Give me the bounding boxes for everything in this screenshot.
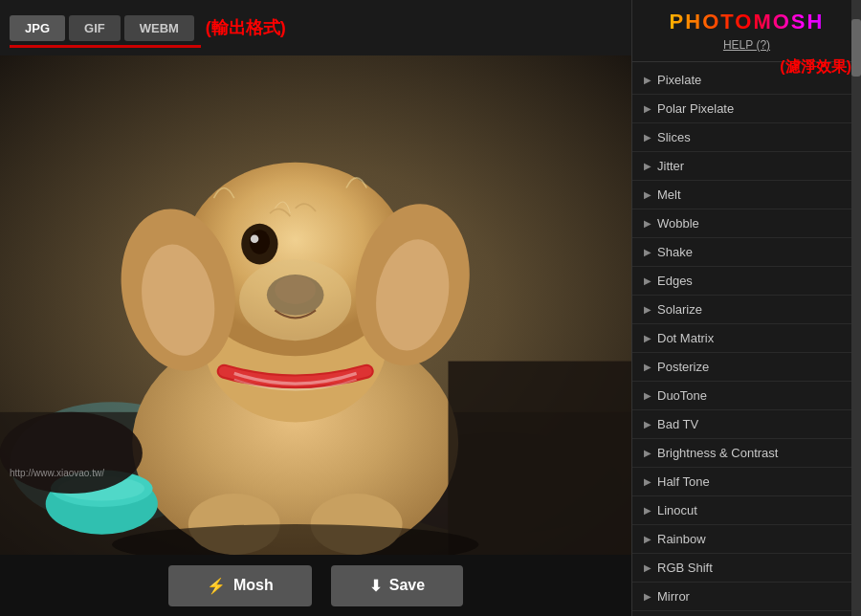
effect-arrow-rgb-shift: ▶ — [644, 562, 651, 573]
save-label: Save — [389, 577, 425, 594]
effect-item-rgb-shift[interactable]: ▶RGB Shift — [632, 554, 861, 583]
effect-item-solarize[interactable]: ▶Solarize — [632, 296, 861, 324]
effect-arrow-dot-matrix: ▶ — [644, 333, 651, 343]
effect-item-bad-tv[interactable]: ▶Bad TV — [632, 410, 861, 439]
effect-arrow-wobble: ▶ — [644, 218, 651, 229]
effect-arrow-brightness-contrast: ▶ — [644, 448, 651, 458]
effect-label-polar-pixelate: Polar Pixelate — [657, 101, 734, 116]
toolbar: JPG GIF WEBM (輸出格式) — [0, 0, 631, 55]
effect-label-edges: Edges — [657, 274, 693, 288]
effect-item-posterize[interactable]: ▶Posterize — [632, 353, 861, 382]
effect-arrow-posterize: ▶ — [644, 362, 651, 372]
action-bar: ⚡ Mosh ⬇ Save — [0, 555, 631, 616]
help-link[interactable]: HELP (?) — [632, 38, 861, 52]
watermark: http://www.xiaovao.tw/ — [10, 468, 104, 478]
effect-arrow-bad-tv: ▶ — [644, 419, 651, 429]
effect-label-jitter: Jitter — [657, 159, 684, 173]
effect-arrow-polar-pixelate: ▶ — [644, 103, 651, 114]
effect-arrow-duotone: ▶ — [644, 390, 651, 401]
image-area: http://www.xiaovao.tw/ — [0, 55, 631, 555]
effect-label-shake: Shake — [657, 245, 693, 259]
mosh-icon: ⚡ — [207, 577, 226, 595]
effect-arrow-half-tone: ▶ — [644, 476, 651, 487]
scrollbar-thumb[interactable] — [851, 19, 861, 77]
effect-item-shake[interactable]: ▶Shake — [632, 238, 861, 267]
save-button[interactable]: ⬇ Save — [331, 565, 463, 606]
effect-item-melt[interactable]: ▶Melt — [632, 181, 861, 209]
effect-item-edges[interactable]: ▶Edges — [632, 267, 861, 296]
effect-item-dot-matrix[interactable]: ▶Dot Matrix — [632, 324, 861, 353]
effect-arrow-solarize: ▶ — [644, 304, 651, 315]
effect-arrow-melt: ▶ — [644, 189, 651, 200]
format-tab-jpg[interactable]: JPG — [10, 15, 65, 41]
format-label: (輸出格式) — [206, 16, 286, 39]
effect-label-rainbow: Rainbow — [657, 532, 706, 546]
effect-label-solarize: Solarize — [657, 302, 702, 317]
watermark-site: http://www.xiaovao.tw/ — [10, 468, 104, 478]
effect-label-pixelate: Pixelate — [657, 73, 701, 87]
effect-label-slices: Slices — [657, 130, 691, 144]
effect-item-instacolor[interactable]: ▶InstaColor — [632, 611, 861, 616]
filter-annotation: (濾淨效果) — [780, 57, 851, 77]
mosh-button[interactable]: ⚡ Mosh — [168, 565, 312, 606]
effects-list: ▶Pixelate▶Polar Pixelate▶Slices▶Jitter▶M… — [632, 62, 861, 616]
effect-label-bad-tv: Bad TV — [657, 417, 698, 431]
effect-label-brightness-contrast: Brightness & Contrast — [657, 446, 778, 460]
effect-arrow-slices: ▶ — [644, 132, 651, 143]
effect-label-half-tone: Half Tone — [657, 474, 710, 489]
brand-title: PHOTOMOSH — [632, 10, 861, 34]
sidebar: PHOTOMOSH HELP (?) (濾淨效果) ▶Pixelate▶Pola… — [631, 0, 861, 616]
effect-item-jitter[interactable]: ▶Jitter — [632, 152, 861, 181]
scrollbar-track[interactable] — [851, 0, 861, 616]
format-tab-gif[interactable]: GIF — [69, 15, 121, 41]
save-icon: ⬇ — [369, 577, 382, 595]
effect-item-brightness-contrast[interactable]: ▶Brightness & Contrast — [632, 439, 861, 468]
effect-arrow-edges: ▶ — [644, 275, 651, 286]
effect-item-linocut[interactable]: ▶Linocut — [632, 496, 861, 525]
effect-label-dot-matrix: Dot Matrix — [657, 331, 714, 345]
effect-arrow-rainbow: ▶ — [644, 534, 651, 544]
main-area: JPG GIF WEBM (輸出格式) — [0, 0, 631, 616]
effect-label-rgb-shift: RGB Shift — [657, 561, 713, 575]
effect-item-half-tone[interactable]: ▶Half Tone — [632, 468, 861, 496]
svg-point-13 — [251, 234, 259, 243]
effect-label-mirror: Mirror — [657, 589, 690, 604]
effect-item-wobble[interactable]: ▶Wobble — [632, 209, 861, 238]
format-tab-webm[interactable]: WEBM — [124, 15, 194, 41]
effect-label-duotone: DuoTone — [657, 388, 707, 403]
effect-item-mirror[interactable]: ▶Mirror — [632, 583, 861, 611]
effect-arrow-jitter: ▶ — [644, 161, 651, 171]
effect-arrow-shake: ▶ — [644, 247, 651, 257]
mosh-label: Mosh — [233, 577, 274, 594]
effect-arrow-pixelate: ▶ — [644, 75, 651, 85]
format-tabs: JPG GIF WEBM — [10, 15, 194, 41]
effect-label-melt: Melt — [657, 187, 681, 202]
svg-rect-23 — [448, 362, 631, 555]
effect-item-rainbow[interactable]: ▶Rainbow — [632, 525, 861, 554]
effect-item-polar-pixelate[interactable]: ▶Polar Pixelate — [632, 95, 861, 123]
effect-label-linocut: Linocut — [657, 503, 697, 517]
svg-point-16 — [239, 259, 351, 341]
effect-label-wobble: Wobble — [657, 216, 699, 231]
dog-image — [0, 55, 631, 555]
sidebar-header: PHOTOMOSH HELP (?) — [632, 0, 861, 62]
svg-point-22 — [0, 412, 143, 494]
effect-item-duotone[interactable]: ▶DuoTone — [632, 382, 861, 410]
effect-arrow-linocut: ▶ — [644, 505, 651, 516]
effect-arrow-mirror: ▶ — [644, 591, 651, 602]
toolbar-underline — [10, 45, 201, 48]
canvas-area: http://www.xiaovao.tw/ — [0, 55, 631, 555]
effect-label-posterize: Posterize — [657, 360, 709, 374]
effect-item-slices[interactable]: ▶Slices — [632, 123, 861, 152]
